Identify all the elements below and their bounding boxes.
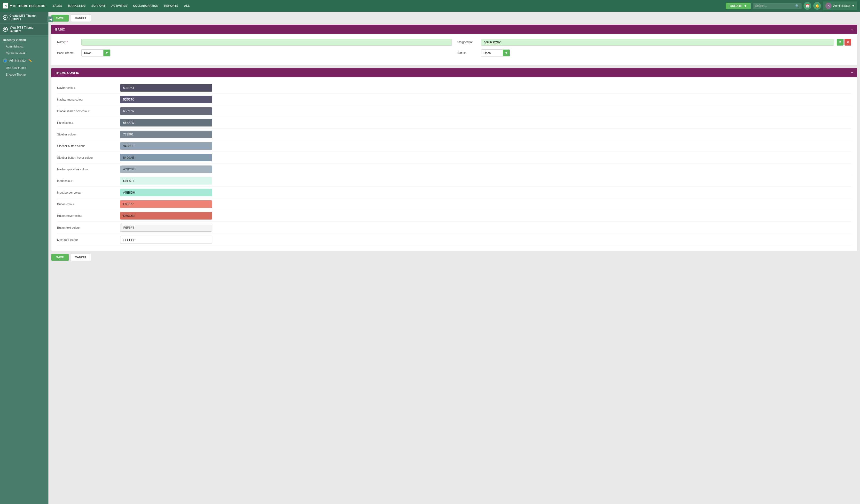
recently-viewed-label: Recently Viewed <box>0 35 48 43</box>
theme-config-collapse-button[interactable]: − <box>851 71 853 75</box>
assign-green-button[interactable]: ⚑ <box>837 39 844 45</box>
theme-config-panel: THEME CONFIG − Navbar colour534D64Navbar… <box>51 68 857 251</box>
theme-config-panel-header: THEME CONFIG − <box>51 68 857 77</box>
chevron-down-icon[interactable]: ▼ <box>503 50 510 56</box>
status-select[interactable]: Open ▼ <box>481 49 510 56</box>
color-field-label: Button text colour <box>57 226 120 229</box>
color-row: Main font colourFFFFFF <box>57 234 851 246</box>
name-field: Name: * <box>57 39 452 45</box>
basic-collapse-button[interactable]: − <box>851 27 853 31</box>
color-row: Navbar quick link colourA2B2BF <box>57 163 851 175</box>
color-field-value[interactable]: D66C60 <box>120 212 212 219</box>
chevron-down-icon: ▼ <box>852 4 855 8</box>
form-row-name: Name: * Assigned to: ⚑ ✕ <box>57 39 851 45</box>
assigned-to-field: Assigned to: ⚑ ✕ <box>457 39 851 45</box>
base-theme-value: Dawn <box>82 50 103 56</box>
search-input[interactable] <box>755 4 794 8</box>
color-row: Sidebar button colour94A6B5 <box>57 140 851 152</box>
chevron-down-icon: ▼ <box>744 4 747 8</box>
sidebar-item-admin[interactable]: Administrato... ✏️ <box>0 43 48 50</box>
color-row: Global search box colour65697A <box>57 105 851 117</box>
nav-activities[interactable]: ACTIVITIES <box>109 3 130 9</box>
assigned-to-input[interactable] <box>481 39 834 45</box>
basic-panel-body: Name: * Assigned to: ⚑ ✕ <box>51 34 857 65</box>
color-field-value[interactable]: 66727D <box>120 119 212 127</box>
sidebar-item-label: Shopee Theme <box>6 73 26 76</box>
color-field-value[interactable]: 8499AB <box>120 154 212 161</box>
sidebar-item-label: Test new theme <box>6 66 26 70</box>
color-field-value[interactable]: 5D5670 <box>120 96 212 103</box>
nav-support[interactable]: SUPPORT <box>89 3 108 9</box>
color-field-value[interactable]: D8F5EE <box>120 177 212 185</box>
color-field-label: Panel colour <box>57 121 120 125</box>
color-field-label: Sidebar button colour <box>57 144 120 148</box>
color-field-value[interactable]: A5E8D6 <box>120 189 212 196</box>
name-input[interactable] <box>82 39 452 45</box>
sidebar-group-label: Administrator <box>9 59 26 62</box>
calendar-icon-button[interactable]: 📅 <box>804 2 811 10</box>
toolbar-bottom: SAVE CANCEL <box>51 254 857 261</box>
sidebar-create-button[interactable]: + Create MTS Theme Builders <box>0 12 48 24</box>
status-value: Open <box>481 50 503 56</box>
color-row: Sidebar colour778591 <box>57 129 851 140</box>
group-icon: 👥 <box>3 58 7 63</box>
base-theme-field: Base Theme: Dawn ▼ <box>57 49 452 56</box>
color-field-value[interactable]: 778591 <box>120 131 212 138</box>
cancel-button-bottom[interactable]: CANCEL <box>71 254 91 261</box>
nav-marketing[interactable]: MARKETING <box>66 3 88 9</box>
brand-name: MTS THEME BUILDERS <box>10 4 45 8</box>
sidebar-toggle[interactable]: ◀ <box>47 16 53 22</box>
color-row: Panel colour66727D <box>57 117 851 129</box>
nav-right: CREATE ▼ 🔍 📅 🔔 A Administrator ▼ <box>726 1 857 10</box>
color-field-value[interactable]: FFFFFF <box>120 236 212 244</box>
color-row: Button hover colourD66C60 <box>57 210 851 222</box>
nav-sales[interactable]: SALES <box>50 3 65 9</box>
search-icon: 🔍 <box>795 4 799 8</box>
sidebar-item-mytheme[interactable]: My theme dusk ✏️ <box>0 50 48 57</box>
form-row-theme: Base Theme: Dawn ▼ Status: Open ▼ <box>57 49 851 56</box>
color-field-label: Global search box colour <box>57 110 120 113</box>
color-field-value[interactable]: F5F5F5 <box>120 224 212 232</box>
status-field: Status: Open ▼ <box>457 49 851 56</box>
cancel-button-top[interactable]: CANCEL <box>71 15 91 22</box>
basic-panel: BASIC − Name: * Assigned to: <box>51 25 857 65</box>
nav-collaboration[interactable]: COLLABORATION <box>131 3 161 9</box>
theme-config-body: Navbar colour534D64Navbar menu colour5D5… <box>51 77 857 251</box>
color-field-label: Navbar quick link colour <box>57 168 120 171</box>
base-theme-select[interactable]: Dawn ▼ <box>82 49 111 56</box>
nav-reports[interactable]: REPORTS <box>162 3 181 9</box>
create-button[interactable]: CREATE ▼ <box>726 3 751 9</box>
color-field-label: Navbar colour <box>57 86 120 90</box>
user-menu-button[interactable]: A Administrator ▼ <box>823 1 857 10</box>
color-row: Input border colourA5E8D6 <box>57 187 851 199</box>
color-field-label: Sidebar button hover colour <box>57 156 120 159</box>
plus-icon: + <box>3 15 8 20</box>
chevron-down-icon[interactable]: ▼ <box>103 50 110 56</box>
color-row: Navbar colour534D64 <box>57 82 851 94</box>
color-field-value[interactable]: 65697A <box>120 107 212 115</box>
brand-logo: H MTS THEME BUILDERS <box>3 3 45 9</box>
sidebar-view-button[interactable]: 👁 View MTS Theme Builders <box>0 24 48 35</box>
save-button-top[interactable]: SAVE <box>51 15 69 21</box>
color-field-value[interactable]: 94A6B5 <box>120 142 212 150</box>
assign-clear-button[interactable]: ✕ <box>845 39 851 45</box>
bell-icon-button[interactable]: 🔔 <box>813 2 821 10</box>
save-button-bottom[interactable]: SAVE <box>51 254 69 261</box>
sidebar-group-administrator[interactable]: 👥 Administrator ✏️ <box>0 57 48 64</box>
color-field-value[interactable]: F08377 <box>120 200 212 208</box>
color-row: Button text colourF5F5F5 <box>57 222 851 234</box>
sidebar-item-shopee-theme[interactable]: Shopee Theme <box>0 71 48 78</box>
sidebar-view-label: View MTS Theme Builders <box>10 26 45 33</box>
user-label: Administrator <box>833 4 850 8</box>
nav-all[interactable]: ALL <box>182 3 192 9</box>
status-label: Status: <box>457 52 478 55</box>
sidebar: + Create MTS Theme Builders 👁 View MTS T… <box>0 12 48 504</box>
sidebar-create-label: Create MTS Theme Builders <box>10 14 45 21</box>
color-field-value[interactable]: A2B2BF <box>120 165 212 173</box>
base-theme-label: Base Theme: <box>57 52 79 55</box>
color-field-value[interactable]: 534D64 <box>120 84 212 91</box>
color-field-label: Sidebar colour <box>57 133 120 136</box>
sidebar-item-test-new-theme[interactable]: Test new theme <box>0 64 48 71</box>
name-label: Name: * <box>57 41 79 44</box>
basic-panel-title: BASIC <box>55 28 65 31</box>
